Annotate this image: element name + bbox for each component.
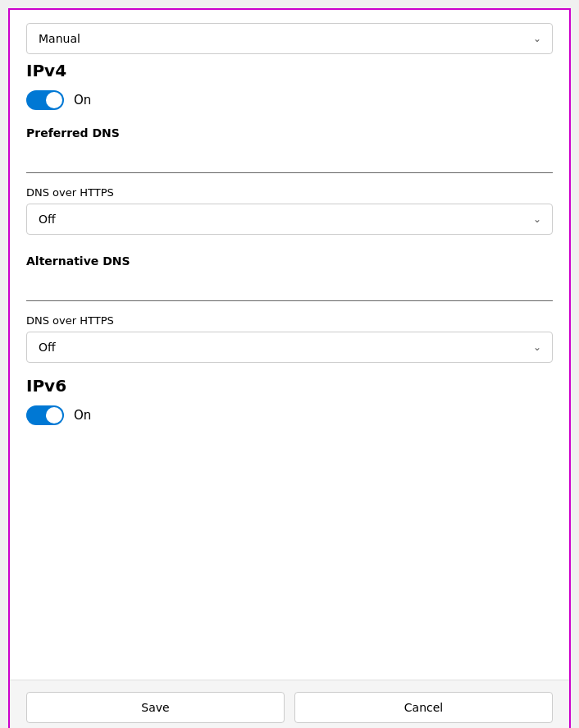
ipv4-toggle-track bbox=[26, 90, 64, 110]
ipv6-toggle-track bbox=[26, 405, 64, 425]
footer: Save Cancel bbox=[10, 680, 569, 728]
save-button[interactable]: Save bbox=[26, 692, 285, 723]
dns-https-dropdown-1-wrapper: Off On (automatic template) On (manual t… bbox=[26, 204, 553, 235]
ipv6-toggle[interactable] bbox=[26, 405, 64, 425]
preferred-dns-input[interactable] bbox=[26, 146, 553, 173]
preferred-dns-label: Preferred DNS bbox=[26, 126, 553, 140]
manual-dropdown-wrapper: Manual Automatic ⌄ bbox=[26, 23, 553, 54]
dns-https-dropdown-1[interactable]: Off On (automatic template) On (manual t… bbox=[26, 204, 553, 235]
manual-dropdown-container: Manual Automatic ⌄ bbox=[26, 23, 553, 54]
dns-https-dropdown-2-wrapper: Off On (automatic template) On (manual t… bbox=[26, 332, 553, 363]
ipv4-toggle-label: On bbox=[74, 93, 91, 108]
ipv6-title: IPv6 bbox=[26, 376, 553, 396]
dns-https-dropdown-2[interactable]: Off On (automatic template) On (manual t… bbox=[26, 332, 553, 363]
ipv4-toggle-thumb bbox=[46, 92, 62, 108]
dns-https-label-2: DNS over HTTPS bbox=[26, 314, 553, 327]
ipv4-toggle-row: On bbox=[26, 90, 553, 110]
ipv4-title: IPv4 bbox=[26, 61, 553, 80]
alternative-dns-input[interactable] bbox=[26, 274, 553, 301]
main-content: Manual Automatic ⌄ IPv4 On Preferred bbox=[10, 10, 569, 680]
ipv6-toggle-label: On bbox=[74, 408, 91, 423]
manual-dropdown[interactable]: Manual Automatic bbox=[26, 23, 553, 54]
ipv4-section: IPv4 On Preferred DNS DNS over HTTPS Off bbox=[26, 61, 553, 363]
dns-https-label-1: DNS over HTTPS bbox=[26, 186, 553, 199]
ipv6-toggle-thumb bbox=[46, 407, 62, 424]
cancel-button[interactable]: Cancel bbox=[294, 692, 553, 723]
ipv4-toggle[interactable] bbox=[26, 90, 64, 110]
settings-window: Manual Automatic ⌄ IPv4 On Preferred bbox=[8, 8, 571, 728]
ipv6-toggle-row: On bbox=[26, 405, 553, 425]
alternative-dns-label: Alternative DNS bbox=[26, 254, 553, 268]
ipv6-section: IPv6 On bbox=[26, 376, 553, 425]
